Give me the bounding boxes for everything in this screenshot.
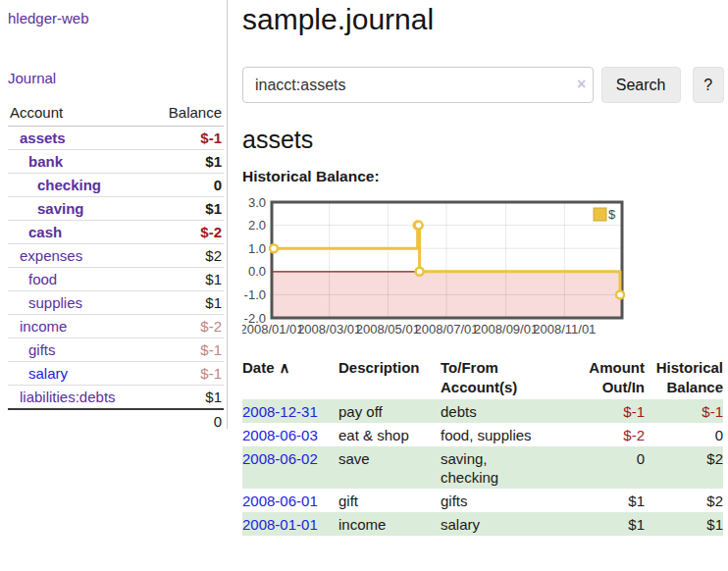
account-row: cash$-2 xyxy=(8,221,224,244)
account-row: income$-2 xyxy=(8,315,224,338)
legend-label: $ xyxy=(608,207,616,222)
register-row[interactable]: 2008-06-02savesaving, checking0$2 xyxy=(242,446,723,489)
transaction-date-link[interactable]: 2008-12-31 xyxy=(242,403,318,420)
help-button[interactable]: ? xyxy=(693,67,725,103)
account-name-cell: expenses xyxy=(8,244,149,268)
register-row[interactable]: 2008-12-31pay offdebts$-1$-1 xyxy=(242,399,723,423)
register-header-balance: Historical Balance xyxy=(645,356,723,399)
accounts-tbody: assets$-1bank$1checking0saving$1cash$-2e… xyxy=(8,127,224,410)
chart-svg: $3.02.01.00.0-1.0-2.02008/01/012008/03/0… xyxy=(242,195,654,342)
register-row[interactable]: 2008-01-01incomesalary$1$1 xyxy=(242,512,723,536)
account-name-cell: income xyxy=(8,315,149,338)
transaction-date-cell: 2008-06-01 xyxy=(242,489,338,512)
transaction-date-cell: 2008-01-01 xyxy=(242,512,338,536)
transaction-amount: $1 xyxy=(562,489,645,512)
account-name-cell: supplies xyxy=(8,291,149,315)
sidebar-divider xyxy=(227,0,228,429)
account-balance: $1 xyxy=(149,197,224,221)
account-row: supplies$1 xyxy=(8,291,224,315)
transaction-date-link[interactable]: 2008-06-03 xyxy=(242,427,318,443)
account-balance: $-1 xyxy=(149,127,224,150)
register-header-amount: Amount Out/In xyxy=(562,356,645,399)
main-content: sample.journal × Search ? assets Histori… xyxy=(242,0,724,536)
account-heading: assets xyxy=(242,126,724,154)
transaction-amount: 0 xyxy=(562,446,645,489)
transaction-amount: $-2 xyxy=(562,423,645,446)
account-link[interactable]: salary xyxy=(28,365,68,382)
transaction-date-link[interactable]: 2008-06-02 xyxy=(242,450,318,467)
register-tbody: 2008-12-31pay offdebts$-1$-12008-06-03ea… xyxy=(242,399,723,536)
account-balance: $-2 xyxy=(149,315,224,338)
page-title: sample.journal xyxy=(242,3,724,36)
account-row: saving$1 xyxy=(8,197,224,221)
register-header-description: Description xyxy=(338,356,441,399)
account-row: salary$-1 xyxy=(8,362,224,386)
transaction-date-cell: 2008-06-02 xyxy=(242,446,338,489)
account-link[interactable]: supplies xyxy=(28,294,82,311)
account-link[interactable]: income xyxy=(20,318,67,335)
account-row: assets$-1 xyxy=(8,127,224,150)
account-balance: $-1 xyxy=(149,338,224,362)
transaction-date-link[interactable]: 2008-01-01 xyxy=(242,516,318,533)
register-row[interactable]: 2008-06-01giftgifts$1$2 xyxy=(242,489,723,512)
register-header-accounts: To/From Account(s) xyxy=(441,356,562,399)
accounts-table: Account Balance assets$-1bank$1checking0… xyxy=(8,102,224,433)
transaction-amount: $-1 xyxy=(562,399,645,423)
account-balance: $1 xyxy=(149,386,224,410)
account-row: expenses$2 xyxy=(8,244,224,268)
svg-text:1.0: 1.0 xyxy=(248,241,266,256)
transaction-date-cell: 2008-06-03 xyxy=(242,423,338,446)
account-link[interactable]: food xyxy=(28,271,57,287)
nav-journal-link[interactable]: Journal xyxy=(8,70,227,86)
legend-swatch xyxy=(594,208,606,221)
accounts-total-value: 0 xyxy=(149,409,224,433)
svg-text:2008/07/01: 2008/07/01 xyxy=(414,322,478,337)
transaction-accounts: saving, checking xyxy=(441,446,562,489)
account-balance: $-2 xyxy=(149,221,224,244)
account-name-cell: food xyxy=(8,268,149,291)
sidebar: hledger-web Journal Account Balance asse… xyxy=(0,0,227,433)
account-balance: 0 xyxy=(149,174,224,197)
register-row[interactable]: 2008-06-03eat & shopfood, supplies$-20 xyxy=(242,423,723,446)
account-balance: $1 xyxy=(149,291,224,315)
account-row: bank$1 xyxy=(8,150,224,174)
transaction-description: eat & shop xyxy=(338,423,441,446)
account-link[interactable]: cash xyxy=(28,224,62,240)
svg-text:2008/11/01: 2008/11/01 xyxy=(533,322,596,337)
transaction-description: gift xyxy=(338,489,441,512)
account-balance: $1 xyxy=(149,150,224,174)
transaction-amount: $1 xyxy=(562,512,645,536)
account-link[interactable]: bank xyxy=(28,153,63,170)
account-link[interactable]: assets xyxy=(20,130,66,146)
account-balance: $2 xyxy=(149,244,224,268)
brand-link[interactable]: hledger-web xyxy=(8,10,227,26)
search-input[interactable] xyxy=(242,67,594,103)
svg-text:0.0: 0.0 xyxy=(248,264,266,279)
accounts-total-row: 0 xyxy=(8,409,224,433)
clear-search-icon[interactable]: × xyxy=(577,76,586,93)
svg-text:2008/01/01: 2008/01/01 xyxy=(242,322,304,337)
account-name-cell: liabilities:debts xyxy=(8,386,149,410)
account-link[interactable]: liabilities:debts xyxy=(20,389,116,405)
historical-balance-chart: $3.02.01.00.0-1.0-2.02008/01/012008/03/0… xyxy=(242,195,724,345)
account-name-cell: checking xyxy=(8,174,149,197)
accounts-header-row: Account Balance xyxy=(8,102,224,127)
account-name-cell: gifts xyxy=(8,338,149,362)
transaction-description: pay off xyxy=(338,399,441,423)
transaction-date-cell: 2008-12-31 xyxy=(242,399,338,423)
register-header-date[interactable]: Date∧ xyxy=(242,356,338,399)
account-link[interactable]: saving xyxy=(37,200,84,217)
account-row: liabilities:debts$1 xyxy=(8,386,224,410)
account-link[interactable]: checking xyxy=(37,177,101,193)
transaction-description: save xyxy=(338,446,441,489)
register-table: Date∧ Description To/From Account(s) Amo… xyxy=(242,356,723,536)
account-row: food$1 xyxy=(8,268,224,291)
transaction-balance: $2 xyxy=(645,446,723,489)
sort-ascending-icon: ∧ xyxy=(280,359,290,376)
transaction-date-link[interactable]: 2008-06-01 xyxy=(242,493,318,509)
account-link[interactable]: expenses xyxy=(20,247,82,264)
search-button[interactable]: Search xyxy=(601,67,681,103)
account-name-cell: saving xyxy=(8,197,149,221)
account-link[interactable]: gifts xyxy=(28,341,56,358)
register-header-row: Date∧ Description To/From Account(s) Amo… xyxy=(242,356,723,399)
